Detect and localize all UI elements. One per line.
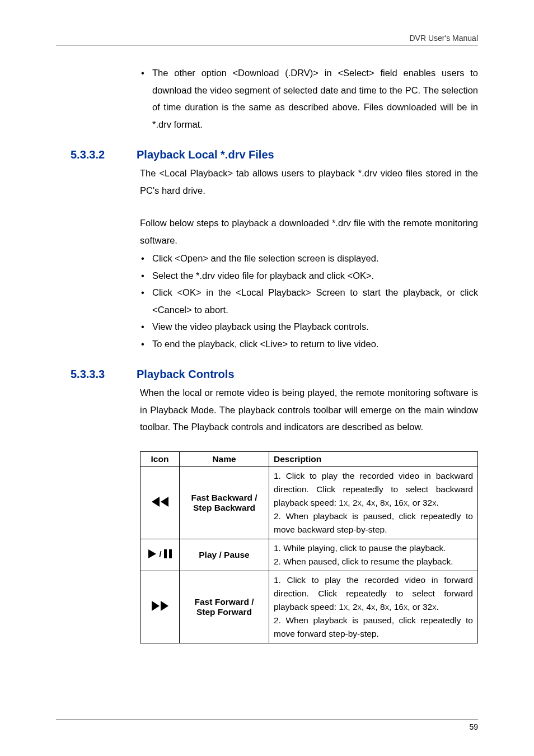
para-5332-1: The <Local Playback> tab allows users to… xyxy=(140,165,478,199)
svg-marker-2 xyxy=(148,549,156,558)
footer-rule: 59 xyxy=(56,720,478,731)
page-number: 59 xyxy=(469,722,478,731)
bullet-item: Click <Open> and the file selection scre… xyxy=(140,250,478,267)
desc-cell-fastforward: 1. Click to play the recorded video in f… xyxy=(269,571,478,643)
heading-5333-title: Playback Controls xyxy=(137,368,235,380)
para-5332-2: Follow below steps to playback a downloa… xyxy=(140,214,478,249)
desc-text: . xyxy=(437,602,439,612)
header-rule: DVR User's Manual xyxy=(56,34,478,45)
heading-5332-title: Playback Local *.drv Files xyxy=(137,148,274,161)
name-cell-playpause: Play / Pause xyxy=(180,539,269,571)
desc-text: , 8 xyxy=(375,498,385,507)
svg-rect-4 xyxy=(169,549,172,558)
speed-x: X xyxy=(432,604,436,611)
rewind-icon xyxy=(151,497,170,509)
table-row: Fast Backward / Step Backward 1. Click t… xyxy=(140,466,478,539)
bullet-item: View the video playback using the Playba… xyxy=(140,318,478,335)
speed-x: X xyxy=(432,500,436,507)
heading-5333-num: 5.3.3.3 xyxy=(71,368,137,381)
heading-5332: 5.3.3.2Playback Local *.drv Files xyxy=(71,148,478,161)
th-desc: Description xyxy=(269,451,478,466)
speed-x: X xyxy=(385,604,389,611)
desc-text: 1. While playing, click to pause the pla… xyxy=(274,543,446,553)
desc-text: , 4 xyxy=(362,498,371,507)
desc-text: , 8 xyxy=(375,602,385,612)
desc-text: , or 32 xyxy=(407,498,432,507)
header-manual-title: DVR User's Manual xyxy=(56,34,478,43)
speed-x: X xyxy=(358,604,362,611)
bullet-item: Click <OK> in the <Local Playback> Scree… xyxy=(140,284,478,318)
desc-cell-playpause: 1. While playing, click to pause the pla… xyxy=(269,539,478,571)
table-header-row: Icon Name Description xyxy=(140,451,478,466)
svg-marker-6 xyxy=(161,601,168,611)
desc-text: 2. When playback is paused, click repeat… xyxy=(274,615,473,638)
desc-text: , 4 xyxy=(362,602,371,612)
th-name: Name xyxy=(180,451,269,466)
desc-text: , or 32 xyxy=(407,602,432,612)
name-cell-rewind: Fast Backward / Step Backward xyxy=(180,466,269,539)
icon-cell-playpause: / xyxy=(140,539,180,571)
heading-5332-num: 5.3.3.2 xyxy=(71,148,137,161)
desc-text: , 2 xyxy=(348,602,357,612)
intro-bullet-list: The other option <Download (.DRV)> in <S… xyxy=(140,64,478,133)
desc-text: , 16 xyxy=(389,602,404,612)
svg-marker-1 xyxy=(161,497,168,507)
playback-controls-table: Icon Name Description Fast Backward / St… xyxy=(140,451,478,643)
svg-marker-5 xyxy=(152,601,160,611)
play-pause-slash: / xyxy=(159,549,164,559)
intro-bullet-item: The other option <Download (.DRV)> in <S… xyxy=(140,64,478,133)
desc-text: , 16 xyxy=(389,498,404,507)
desc-text: 2. When playback is paused, click repeat… xyxy=(274,511,473,534)
icon-cell-fastforward xyxy=(140,571,180,643)
speed-x: X xyxy=(358,500,362,507)
play-icon xyxy=(148,549,157,561)
pause-icon xyxy=(164,549,172,561)
desc-text: . xyxy=(437,498,439,507)
name-cell-fastforward: Fast Forward / Step Forward xyxy=(180,571,269,643)
desc-text: , 2 xyxy=(348,498,357,507)
desc-cell-rewind: 1. Click to play the recorded video in b… xyxy=(269,466,478,539)
heading-5333: 5.3.3.3Playback Controls xyxy=(71,368,478,381)
table-row: / Play / Pause 1. While playing, click t… xyxy=(140,539,478,571)
svg-rect-3 xyxy=(164,549,167,558)
svg-marker-0 xyxy=(152,497,160,507)
fast-forward-icon xyxy=(151,601,170,613)
th-icon: Icon xyxy=(140,451,180,466)
bullet-item: Select the *.drv video file for playback… xyxy=(140,267,478,284)
speed-x: X xyxy=(385,500,389,507)
icon-cell-rewind xyxy=(140,466,180,539)
desc-text: 2. When paused, click to resume the play… xyxy=(274,557,453,566)
para-5333: When the local or remote video is being … xyxy=(140,384,478,436)
table-row: Fast Forward / Step Forward 1. Click to … xyxy=(140,571,478,643)
bullets-5332: Click <Open> and the file selection scre… xyxy=(140,250,478,352)
bullet-item: To end the playback, click <Live> to ret… xyxy=(140,335,478,353)
